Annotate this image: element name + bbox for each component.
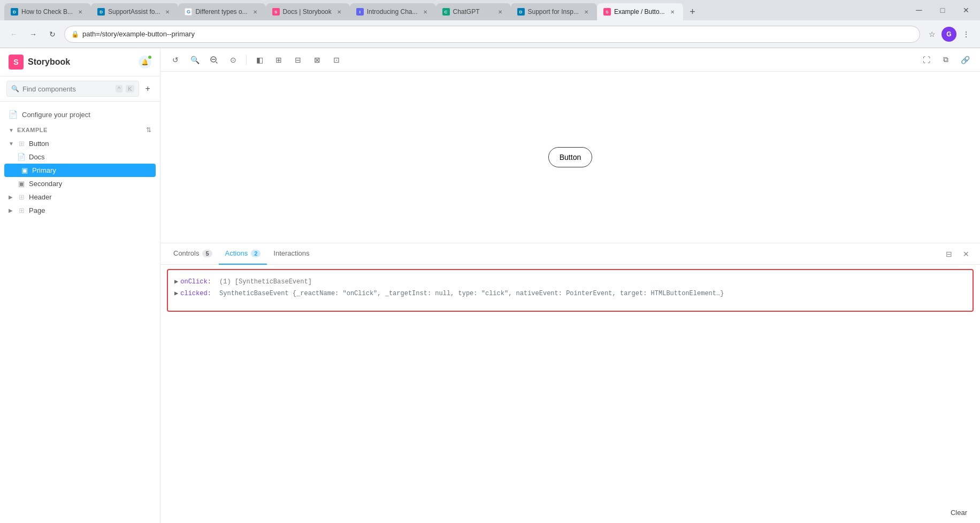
- tab-2[interactable]: D SupportAssist fo... ✕: [91, 3, 178, 20]
- search-icon: 🔍: [11, 85, 19, 93]
- tab-title-4: Docs | Storybook: [283, 8, 332, 16]
- configure-icon: 📄: [9, 110, 18, 119]
- measure-button[interactable]: ⊠: [309, 51, 326, 68]
- tab-4[interactable]: S Docs | Storybook ✕: [266, 3, 350, 20]
- open-new-tab-button[interactable]: ⧉: [937, 51, 954, 68]
- section-title: EXAMPLE: [17, 127, 143, 133]
- tab-close-7[interactable]: ✕: [582, 7, 591, 16]
- tab-title-7: Support for Insp...: [528, 8, 579, 16]
- tab-favicon-5: I: [356, 8, 364, 16]
- button-group-chevron-icon: ▼: [9, 141, 14, 147]
- header-chevron-icon: ▶: [9, 194, 14, 200]
- actions-log: ▶ onClick: (1) [SyntheticBaseEvent] ▶ cl…: [160, 265, 980, 523]
- preview-button[interactable]: Button: [548, 147, 592, 167]
- search-input-wrap: 🔍 ^ K: [6, 81, 139, 97]
- copy-link-button[interactable]: 🔗: [956, 51, 974, 68]
- storybook-title: Storybook: [28, 57, 134, 67]
- sidebar-item-docs[interactable]: 📄 Docs: [0, 150, 160, 164]
- log-expand-arrow-1[interactable]: ▶: [174, 276, 178, 288]
- tab-favicon-3: G: [185, 8, 192, 16]
- addons-tabs: Controls 5 Actions 2 Interactions ⊟ ✕: [160, 243, 980, 265]
- tab-1[interactable]: D How to Check B... ✕: [4, 3, 91, 20]
- maximize-button[interactable]: □: [935, 3, 950, 18]
- tab-favicon-6: C: [442, 8, 450, 16]
- tab-close-4[interactable]: ✕: [335, 7, 343, 16]
- outline-button[interactable]: ⊟: [289, 51, 307, 68]
- tab-close-1[interactable]: ✕: [76, 7, 85, 16]
- sidebar-item-page[interactable]: ▶ ⊞ Page: [0, 204, 160, 217]
- sidebar-item-primary[interactable]: ▣ Primary: [4, 164, 156, 177]
- configure-project-item[interactable]: 📄 Configure your project: [0, 106, 160, 123]
- panel-split-button[interactable]: ⊟: [941, 247, 956, 262]
- tab-favicon-7: D: [517, 8, 525, 16]
- log-expand-arrow-2[interactable]: ▶: [174, 288, 178, 300]
- preview-area: Button: [160, 72, 980, 243]
- main-content: ↺ 🔍 ⊙ ◧ ⊞ ⊟ ⊠ ⊡ ⛶ ⧉ 🔗 Butt: [160, 48, 980, 523]
- tab-title-3: Different types o...: [195, 8, 247, 16]
- tab-bar: D How to Check B... ✕ D SupportAssist fo…: [0, 0, 980, 20]
- add-story-button[interactable]: +: [142, 82, 154, 96]
- search-shortcut-k: K: [126, 85, 134, 93]
- grid-button[interactable]: ⊞: [270, 51, 287, 68]
- zoom-out-button[interactable]: [205, 51, 223, 68]
- sidebar-item-secondary[interactable]: ▣ Secondary: [0, 177, 160, 190]
- addons-panel: Controls 5 Actions 2 Interactions ⊟ ✕: [160, 243, 980, 523]
- tab-close-2[interactable]: ✕: [163, 7, 172, 16]
- tab-close-5[interactable]: ✕: [421, 7, 430, 16]
- responsive-button[interactable]: ⊡: [328, 51, 345, 68]
- tab-8[interactable]: S Example / Butto... ✕: [597, 3, 683, 20]
- tab-close-6[interactable]: ✕: [496, 7, 504, 16]
- toolbar-right: ⛶ ⧉ 🔗: [918, 51, 974, 68]
- close-button[interactable]: ✕: [959, 3, 974, 18]
- interactions-tab-label: Interactions: [273, 249, 309, 257]
- search-input[interactable]: [22, 85, 112, 93]
- controls-badge: 5: [202, 250, 212, 257]
- sidebar-content: 📄 Configure your project ▼ EXAMPLE ⇅ ▼ ⊞…: [0, 102, 160, 523]
- tab-6[interactable]: C ChatGPT ✕: [436, 3, 511, 20]
- configure-label: Configure your project: [22, 111, 90, 119]
- storybook-logo: S: [9, 55, 24, 70]
- bookmark-button[interactable]: ☆: [924, 27, 939, 42]
- forward-button[interactable]: →: [26, 27, 41, 42]
- fullscreen-button[interactable]: ⛶: [918, 51, 935, 68]
- tab-controls[interactable]: Controls 5: [167, 243, 219, 265]
- header-icon: ⊞: [17, 193, 26, 201]
- reload-story-button[interactable]: ↺: [167, 51, 184, 68]
- example-section-header[interactable]: ▼ EXAMPLE ⇅: [0, 123, 160, 137]
- notification-badge: [147, 55, 152, 60]
- button-group-label: Button: [29, 140, 151, 148]
- sidebar-item-header[interactable]: ▶ ⊞ Header: [0, 190, 160, 204]
- tab-favicon-4: S: [272, 8, 280, 16]
- tab-7[interactable]: D Support for Insp... ✕: [511, 3, 597, 20]
- back-button[interactable]: ←: [6, 27, 21, 42]
- address-text: path=/story/example-button--primary: [82, 30, 913, 38]
- tab-title-5: Introducing Cha...: [367, 8, 418, 16]
- actions-badge: 2: [251, 250, 261, 257]
- reload-button[interactable]: ↻: [45, 27, 60, 42]
- log-key-1: onClick:: [180, 276, 211, 288]
- profile-avatar[interactable]: G: [941, 27, 956, 42]
- search-bar: 🔍 ^ K +: [0, 76, 160, 102]
- panel-close-button[interactable]: ✕: [959, 247, 974, 262]
- page-label: Page: [29, 206, 151, 214]
- notification-icon[interactable]: 🔔: [139, 56, 151, 68]
- menu-button[interactable]: ⋮: [959, 27, 974, 42]
- minimize-button[interactable]: ─: [912, 3, 927, 18]
- sidebar-item-button-group[interactable]: ▼ ⊞ Button: [0, 137, 160, 150]
- clear-button[interactable]: Clear: [944, 506, 974, 519]
- toolbar-separator-1: [246, 55, 247, 65]
- new-tab-button[interactable]: +: [685, 4, 700, 19]
- address-input-wrap[interactable]: 🔒 path=/story/example-button--primary: [64, 26, 920, 43]
- tab-close-3[interactable]: ✕: [251, 7, 259, 16]
- log-key-2: clicked:: [180, 288, 211, 300]
- address-bar: ← → ↻ 🔒 path=/story/example-button--prim…: [0, 20, 980, 48]
- tab-3[interactable]: G Different types o... ✕: [178, 3, 265, 20]
- tab-close-8[interactable]: ✕: [668, 7, 677, 16]
- change-bg-button[interactable]: ◧: [251, 51, 268, 68]
- tab-actions[interactable]: Actions 2: [219, 243, 267, 265]
- tab-interactions[interactable]: Interactions: [267, 243, 316, 265]
- section-sort-icon[interactable]: ⇅: [146, 126, 151, 134]
- reset-zoom-button[interactable]: ⊙: [225, 51, 242, 68]
- zoom-in-button[interactable]: 🔍: [186, 51, 203, 68]
- tab-5[interactable]: I Introducing Cha... ✕: [350, 3, 436, 20]
